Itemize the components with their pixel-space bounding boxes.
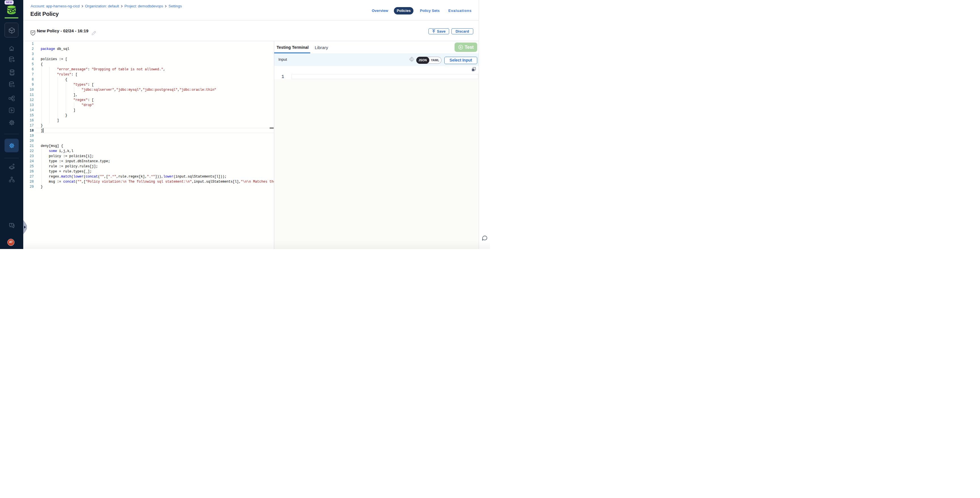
svg-text:?: ?	[11, 223, 13, 226]
